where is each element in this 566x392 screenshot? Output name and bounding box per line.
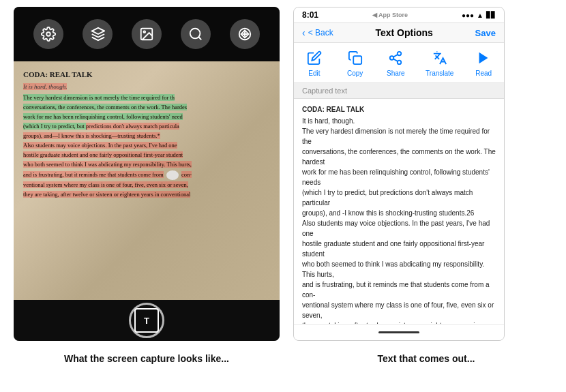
phone-panel: 8:01 ◀ App Store ●●● ▲ ▊▊ ‹ < Back Text …: [293, 7, 505, 341]
phone-bottom-bar: [294, 324, 504, 340]
nav-bar: ‹ < Back Text Options Save: [294, 23, 504, 43]
gallery-icon[interactable]: [132, 19, 162, 49]
svg-rect-8: [353, 56, 361, 64]
share-icon: [385, 48, 406, 67]
camera-toolbar: [14, 7, 280, 61]
captions-row: What the screen capture looks like... Te…: [0, 348, 566, 370]
play-icon: [473, 48, 494, 67]
svg-point-10: [390, 56, 394, 60]
status-icons: ●●● ▲ ▊▊: [462, 12, 496, 19]
status-time: 8:01: [302, 10, 318, 20]
read-label: Read: [475, 70, 492, 77]
settings-icon[interactable]: [33, 19, 63, 49]
svg-point-11: [398, 61, 402, 65]
svg-point-3: [190, 29, 200, 39]
translate-label: Translate: [426, 70, 453, 77]
translate-action[interactable]: Translate: [426, 48, 453, 77]
nav-title: Text Options: [375, 27, 433, 38]
search-icon[interactable]: [181, 19, 211, 49]
svg-line-12: [393, 59, 398, 61]
back-button[interactable]: ‹ < Back: [302, 27, 333, 38]
captured-line: and is frustrating, but it reminds me th…: [302, 280, 496, 300]
action-bar: Edit Copy: [294, 43, 504, 83]
captured-line: (which I try to predict, but predictions…: [302, 187, 496, 208]
captured-line: conversations, the conferences, the comm…: [302, 147, 496, 167]
edit-action[interactable]: Edit: [303, 48, 325, 77]
app-store-label: ◀ App Store: [372, 12, 408, 18]
edit-label: Edit: [308, 70, 320, 77]
document-preview: CODA: REAL TALK It is hard, though. The …: [14, 61, 280, 300]
svg-point-0: [46, 32, 50, 36]
doc-title: CODA: REAL TALK: [23, 70, 270, 80]
svg-line-13: [393, 55, 398, 57]
share-label: Share: [387, 70, 405, 77]
svg-point-2: [143, 31, 145, 33]
copy-action[interactable]: Copy: [344, 48, 366, 77]
chevron-left-icon: ‹: [302, 27, 306, 38]
captured-line: who both seemed to think I was abdicatin…: [302, 259, 496, 280]
scan-button[interactable]: T: [129, 303, 164, 338]
captured-line: ventional system where my class is one o…: [302, 300, 496, 320]
highlight-text: It is hard, though.: [23, 83, 67, 90]
status-bar: 8:01 ◀ App Store ●●● ▲ ▊▊: [294, 7, 504, 23]
svg-point-9: [398, 52, 402, 56]
translate-icon: [429, 48, 451, 67]
captured-text-header: Captured text: [294, 83, 504, 99]
home-indicator: [378, 331, 419, 333]
svg-line-4: [198, 37, 201, 40]
save-button[interactable]: Save: [475, 28, 496, 38]
captured-line: work for me has been relinquishing contr…: [302, 167, 496, 187]
copy-icon: [344, 48, 366, 67]
right-caption: Text that comes out...: [321, 350, 532, 367]
captured-line: The very hardest dimension is not merely…: [302, 126, 496, 147]
scan-text-icon: T: [134, 308, 159, 333]
camera-panel: CODA: REAL TALK It is hard, though. The …: [14, 7, 280, 341]
left-caption: What the screen capture looks like...: [14, 350, 280, 367]
captured-text-body[interactable]: CODA: REAL TALK It is hard, though. The …: [294, 99, 504, 324]
copy-label: Copy: [347, 70, 363, 77]
svg-marker-14: [479, 52, 488, 64]
scan-button-area: T: [14, 300, 280, 341]
move-icon[interactable]: [230, 19, 260, 49]
captured-line: Also students may voice objections. In t…: [302, 218, 496, 239]
share-action[interactable]: Share: [385, 48, 406, 77]
doc-line: The very hardest dimension is not merely…: [23, 94, 270, 102]
edit-icon: [303, 48, 325, 67]
captured-title: CODA: REAL TALK: [302, 104, 496, 115]
captured-line: groups), and -I know this is shocking-tr…: [302, 208, 496, 218]
read-action[interactable]: Read: [473, 48, 494, 77]
captured-line: hostile graduate student and one fairly …: [302, 239, 496, 259]
captured-line: It is hard, though.: [302, 116, 496, 126]
layers-icon[interactable]: [83, 19, 113, 49]
